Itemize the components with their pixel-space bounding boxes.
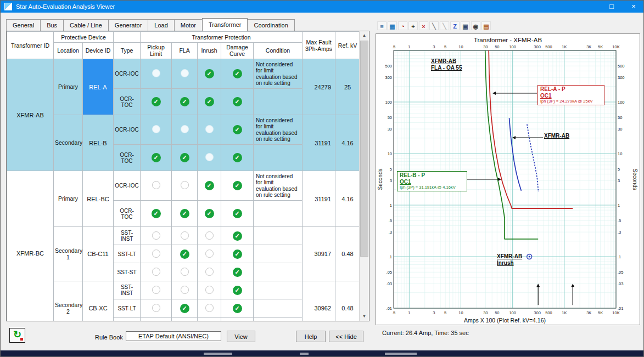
pickup-limit-cell[interactable]: ✓ <box>141 318 172 322</box>
location-cell[interactable]: Primary <box>54 59 83 115</box>
tcc-plot-panel[interactable]: Transformer - XFMR-AB .5.511335510103030… <box>376 33 640 325</box>
tab-cable-line[interactable]: Cable / Line <box>63 19 109 31</box>
device-id-cell[interactable]: CB-C11 <box>83 227 114 281</box>
damage-curve-cell[interactable]: ✓ <box>221 89 254 115</box>
type-cell[interactable]: OCR-IOC <box>114 59 141 89</box>
inrush-cell[interactable] <box>198 299 221 318</box>
fla-cell[interactable]: ✓ <box>172 245 198 263</box>
pickup-limit-cell[interactable] <box>141 263 172 281</box>
fla-cell[interactable] <box>172 281 198 299</box>
scroll-down-arrow[interactable]: ▼ <box>360 312 369 321</box>
device-id-cell[interactable]: REL-B <box>83 115 114 171</box>
type-cell[interactable]: OCR-TOC <box>114 145 141 171</box>
tab-motor[interactable]: Motor <box>174 19 203 31</box>
device-id-cell[interactable]: REL-BC <box>83 171 114 227</box>
fla-cell[interactable]: ✓ <box>172 299 198 318</box>
scroll-up-arrow[interactable]: ▲ <box>360 31 369 40</box>
inrush-cell[interactable] <box>198 263 221 281</box>
tab-coordination[interactable]: Coordination <box>247 19 294 31</box>
type-cell[interactable]: SST-ST <box>114 318 141 322</box>
fla-cell[interactable] <box>172 59 198 89</box>
max-fault-cell[interactable]: 30962 <box>303 281 335 322</box>
condition-cell[interactable] <box>254 89 303 115</box>
type-cell[interactable]: OCR-TOC <box>114 89 141 115</box>
tab-general[interactable]: General <box>6 19 41 31</box>
inrush-cell[interactable] <box>198 245 221 263</box>
table-row[interactable]: Secondary-2CB-XCSST-INST✓309620.48 <box>7 281 360 299</box>
type-cell[interactable]: SST-INST <box>114 227 141 245</box>
curve-list-icon[interactable]: ≡ <box>377 21 387 30</box>
type-cell[interactable]: SST-LT <box>114 299 141 318</box>
max-fault-cell[interactable]: 31191 <box>303 115 335 171</box>
inrush-cell[interactable]: ✓ <box>198 89 221 115</box>
condition-cell[interactable] <box>254 318 303 322</box>
hide-button[interactable]: << Hide <box>329 331 363 342</box>
pickup-limit-cell[interactable] <box>141 281 172 299</box>
damage-curve-cell[interactable]: ✓ <box>221 263 254 281</box>
condition-cell[interactable]: Not considered for limit evaluation base… <box>254 171 303 201</box>
type-cell[interactable]: SST-LT <box>114 245 141 263</box>
inrush-cell[interactable]: ✓ <box>198 318 221 322</box>
fla-cell[interactable]: ✓ <box>172 145 198 171</box>
condition-cell[interactable] <box>254 227 303 245</box>
delete-curve-icon[interactable]: × <box>419 21 428 30</box>
pickup-limit-cell[interactable]: ✓ <box>141 201 172 227</box>
location-cell[interactable]: Secondary-1 <box>54 227 83 281</box>
pickup-limit-cell[interactable] <box>141 115 172 145</box>
table-row[interactable]: XFMR-ABPrimaryREL-AOCR-IOC✓✓Not consider… <box>7 59 360 89</box>
inrush-cell[interactable] <box>198 281 221 299</box>
location-cell[interactable]: Secondary-2 <box>54 281 83 322</box>
ref-kv-cell[interactable]: 0.48 <box>335 281 360 322</box>
pickup-limit-cell[interactable]: ✓ <box>141 145 172 171</box>
type-cell[interactable]: OCR-IOC <box>114 115 141 145</box>
inrush-cell[interactable] <box>198 227 221 245</box>
damage-curve-cell[interactable]: ✓ <box>221 115 254 145</box>
inrush-cell[interactable]: ✓ <box>198 201 221 227</box>
max-fault-cell[interactable]: 30917 <box>303 227 335 281</box>
fla-cell[interactable] <box>172 227 198 245</box>
pickup-limit-cell[interactable] <box>141 171 172 201</box>
tab-bus[interactable]: Bus <box>40 19 64 31</box>
damage-curve-cell[interactable]: ✓ <box>221 299 254 318</box>
tcc-plot[interactable]: .5.5113355101030305050100100300300500500… <box>376 34 640 325</box>
inrush-cell[interactable]: ✓ <box>198 59 221 89</box>
fla-cell[interactable]: ✓ <box>172 89 198 115</box>
tag-icon[interactable]: Z <box>450 21 460 30</box>
damage-curve-cell[interactable]: ✓ <box>221 145 254 171</box>
device-id-cell[interactable]: REL-A <box>83 59 114 115</box>
rule-book-field[interactable]: ETAP Default (ANSI/NEC) <box>126 331 221 341</box>
condition-cell[interactable] <box>254 299 303 318</box>
inrush-cell[interactable]: ✓ <box>198 171 221 201</box>
curve-label-icon[interactable]: ╲ <box>440 21 449 30</box>
close-button[interactable]: × <box>629 1 638 13</box>
transformer-id-cell[interactable]: XFMR-BC <box>7 171 54 322</box>
pickup-limit-cell[interactable] <box>141 227 172 245</box>
type-cell[interactable]: SST-ST <box>114 263 141 281</box>
condition-cell[interactable] <box>254 145 303 171</box>
slope-icon[interactable]: ╲ <box>429 21 439 30</box>
condition-cell[interactable] <box>254 245 303 263</box>
type-cell[interactable]: OCR-IOC <box>114 171 141 201</box>
transformer-id-cell[interactable]: XFMR-AB <box>7 59 54 171</box>
ref-kv-cell[interactable]: 25 <box>335 59 360 115</box>
plot-view-icon[interactable]: ▦ <box>388 21 397 30</box>
damage-curve-cell[interactable]: ✓ <box>221 59 254 89</box>
condition-cell[interactable]: Not considered for limit evaluation base… <box>254 115 303 145</box>
scroll-thumb[interactable] <box>360 41 368 257</box>
location-cell[interactable]: Secondary <box>54 115 83 171</box>
inrush-cell[interactable] <box>198 115 221 145</box>
damage-curve-cell[interactable]: ✓ <box>221 318 254 322</box>
ref-kv-cell[interactable]: 0.48 <box>335 227 360 281</box>
pickup-limit-cell[interactable] <box>141 299 172 318</box>
table-scrollbar[interactable]: ▲ ▼ <box>359 31 369 321</box>
table-row[interactable]: Secondary-1CB-C11SST-INST✓309170.48 <box>7 227 360 245</box>
fla-cell[interactable] <box>172 115 198 145</box>
tab-load[interactable]: Load <box>148 19 174 31</box>
table-row[interactable]: SecondaryREL-BOCR-IOC✓Not considered for… <box>7 115 360 145</box>
time-dial-icon[interactable]: ◔ <box>398 21 407 30</box>
type-cell[interactable]: OCR-TOC <box>114 201 141 227</box>
fla-cell[interactable]: ✓ <box>172 318 198 322</box>
type-cell[interactable]: SST-INST <box>114 281 141 299</box>
damage-curve-cell[interactable]: ✓ <box>221 201 254 227</box>
maximize-button[interactable]: □ <box>607 1 616 13</box>
